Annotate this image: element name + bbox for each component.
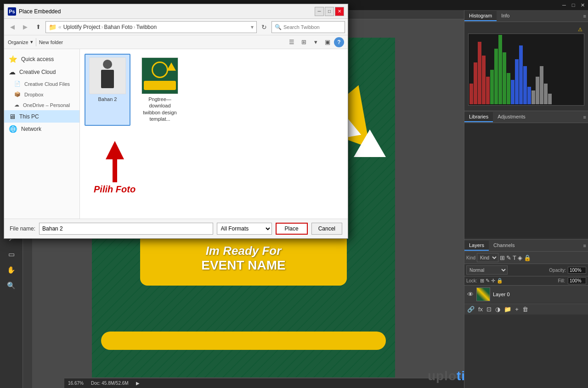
lock-icon-pixels[interactable]: ⊞: [480, 278, 484, 284]
network-icon: 🌐: [9, 125, 17, 133]
dialog-minimize-btn[interactable]: ─: [315, 7, 324, 16]
layers-options-btn[interactable]: ≡: [583, 243, 586, 248]
nav-forward-btn[interactable]: ▶: [20, 22, 31, 33]
breadcrumb-part1[interactable]: Uplotify Project: [63, 24, 101, 30]
dialog-overlay: Ps Place Embedded ─ □ ✕ ◀ ▶ ⬆ 📁 « Uploti…: [0, 0, 349, 241]
layers-delete-btn[interactable]: 🗑: [522, 306, 528, 313]
annotation-text: Pilih Foto: [94, 184, 136, 195]
layer-visibility-icon[interactable]: 👁: [467, 291, 474, 298]
place-button[interactable]: Place: [276, 223, 308, 235]
layers-filter-icon3[interactable]: T: [513, 254, 516, 261]
layers-link-btn[interactable]: 🔗: [467, 306, 475, 313]
doc-info: Doc: 45.8M/52.6M: [91, 381, 129, 386]
opacity-input[interactable]: [568, 267, 586, 274]
file-item-bahan2[interactable]: Bahan 2: [85, 54, 130, 126]
view-dropdown-btn[interactable]: ▾: [310, 37, 321, 47]
sidebar-item-this-pc[interactable]: 🖥 This PC: [4, 110, 79, 123]
sidebar-item-quick-access[interactable]: ⭐ Quick access: [4, 53, 79, 66]
tool-shape[interactable]: ▭: [4, 247, 19, 262]
layer-mode-select[interactable]: Normal: [466, 265, 508, 275]
sidebar-item-network[interactable]: 🌐 Network: [4, 123, 79, 135]
layers-mode-row: Normal Opacity:: [464, 264, 588, 276]
sidebar-item-creative-cloud[interactable]: ☁ Creative Cloud: [4, 66, 79, 79]
tab-histogram[interactable]: Histogram: [464, 11, 497, 21]
kind-select[interactable]: Kind: [477, 253, 498, 262]
tab-layers[interactable]: Layers: [464, 241, 489, 251]
breadcrumb: Uplotify Project › Bahan Foto › Twibbon: [63, 24, 157, 30]
layers-adjustment-btn[interactable]: ◑: [495, 306, 500, 313]
cancel-button[interactable]: Cancel: [311, 223, 342, 235]
view-preview-btn[interactable]: ▣: [322, 37, 333, 47]
thumb-circle: [152, 62, 168, 78]
path-dropdown-btn[interactable]: ▾: [251, 24, 254, 30]
layers-filter-icon2[interactable]: ✎: [506, 254, 511, 261]
dialog-navbar: ◀ ▶ ⬆ 📁 « Uplotify Project › Bahan Foto …: [4, 19, 348, 35]
lock-label: Lock:: [466, 278, 477, 283]
sidebar-item-onedrive[interactable]: ☁ OneDrive – Personal: [4, 100, 79, 110]
nav-back-btn[interactable]: ◀: [7, 22, 18, 33]
this-pc-icon: 🖥: [9, 112, 16, 120]
layers-group-btn[interactable]: 📁: [504, 306, 511, 313]
breadcrumb-part3[interactable]: Twibbon: [136, 24, 157, 30]
layers-filter-icon4[interactable]: ◈: [518, 254, 522, 261]
tab-adjustments[interactable]: Adjustments: [493, 112, 530, 122]
nav-refresh-btn[interactable]: ↻: [259, 22, 270, 33]
tab-libraries[interactable]: Libraries: [464, 112, 493, 122]
fill-input[interactable]: [568, 277, 586, 284]
panel-histogram: Histogram Info ≡ ⚠: [464, 10, 588, 111]
tool-zoom[interactable]: 🔍: [4, 278, 19, 293]
ps-statusbar: 16.67% Doc: 45.8M/52.6M ▶: [64, 378, 482, 388]
view-grid-btn[interactable]: ⊞: [298, 37, 309, 47]
histogram-options-btn[interactable]: ≡: [583, 13, 586, 19]
search-input[interactable]: [283, 24, 342, 30]
tool-hand[interactable]: ✋: [4, 263, 19, 277]
lock-icon-all[interactable]: 🔒: [497, 278, 503, 284]
dialog-close-btn[interactable]: ✕: [335, 7, 344, 16]
panel-libraries: Libraries Adjustments ≡: [464, 111, 588, 240]
restore-btn[interactable]: □: [570, 1, 577, 9]
arrow-up-shape: [106, 141, 124, 159]
layers-new-btn[interactable]: +: [515, 306, 519, 313]
place-embedded-dialog: Ps Place Embedded ─ □ ✕ ◀ ▶ ⬆ 📁 « Uploti…: [4, 4, 348, 239]
close-btn[interactable]: ✕: [579, 1, 586, 9]
breadcrumb-part2[interactable]: Bahan Foto: [104, 24, 132, 30]
layers-mask-btn[interactable]: ⊡: [486, 306, 492, 313]
minimize-btn[interactable]: ─: [560, 1, 568, 9]
sidebar-item-dropbox[interactable]: 📦 Dropbox: [4, 89, 79, 100]
lock-icon-position[interactable]: ✎: [486, 278, 490, 284]
file-name-twibbon: Pngtree—download twibbon design templat.…: [141, 96, 179, 122]
dialog-titlebar: Ps Place Embedded ─ □ ✕: [4, 4, 348, 19]
sidebar-label-this-pc: This PC: [19, 113, 39, 120]
view-list-btn[interactable]: ☰: [286, 37, 297, 47]
dialog-body: ⭐ Quick access ☁ Creative Cloud 📄 Creati…: [4, 49, 348, 219]
ps-right-panels: Histogram Info ≡ ⚠: [464, 10, 588, 388]
format-select[interactable]: All Formats: [217, 223, 272, 235]
toolbar-view-buttons: ☰ ⊞ ▾ ▣ ?: [286, 37, 344, 47]
twibbon-thumb: [142, 58, 178, 94]
sidebar-label-dropbox: Dropbox: [24, 92, 44, 97]
organize-btn[interactable]: Organize ▾: [8, 39, 33, 45]
tab-info[interactable]: Info: [497, 11, 514, 21]
filename-label: File name:: [10, 225, 35, 232]
file-item-twibbon[interactable]: Pngtree—download twibbon design templat.…: [137, 54, 183, 126]
nav-up-btn[interactable]: ⬆: [33, 22, 44, 33]
onedrive-icon: ☁: [14, 102, 19, 108]
help-btn[interactable]: ?: [334, 37, 344, 47]
sidebar-item-creative-cloud-files[interactable]: 📄 Creative Cloud Files: [4, 79, 79, 89]
tab-channels[interactable]: Channels: [489, 241, 519, 251]
sidebar-label-onedrive: OneDrive – Personal: [23, 102, 70, 108]
dialog-app-icon: Ps: [8, 7, 16, 16]
dialog-restore-btn[interactable]: □: [325, 7, 334, 16]
new-folder-btn[interactable]: New folder: [39, 39, 63, 45]
bubble-line1: Im Ready For: [206, 244, 282, 258]
layer-item[interactable]: 👁 Layer 0: [464, 286, 588, 304]
layers-bottom-bar: 🔗 fx ⊡ ◑ 📁 + 🗑: [464, 304, 588, 315]
layers-filter-icon5[interactable]: 🔒: [524, 254, 531, 261]
libraries-options-btn[interactable]: ≡: [583, 114, 586, 120]
layers-filter-icon1[interactable]: ⊞: [500, 254, 505, 261]
path-folder-icon: 📁: [49, 23, 57, 31]
file-name-bahan2: Bahan 2: [98, 96, 117, 102]
filename-input[interactable]: [39, 223, 213, 235]
lock-icon-move[interactable]: ✛: [491, 278, 495, 284]
layers-fx-btn[interactable]: fx: [478, 306, 483, 313]
